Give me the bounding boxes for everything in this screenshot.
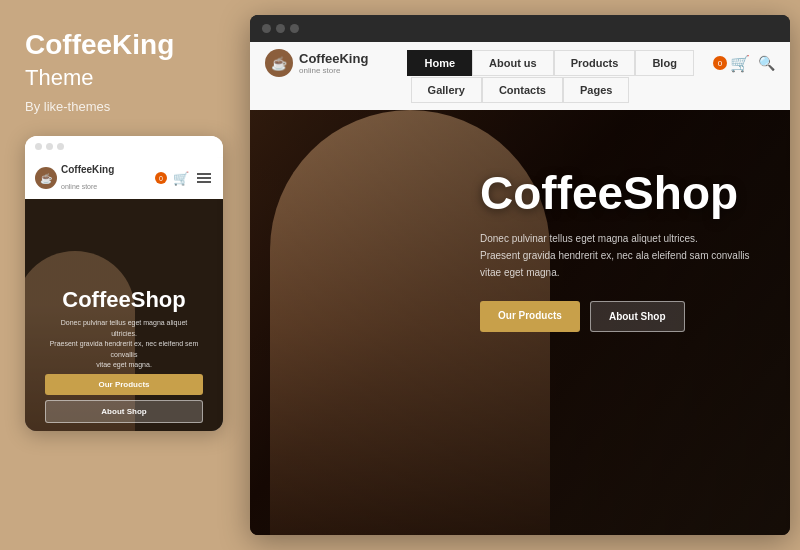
desktop-nav-home[interactable]: Home	[407, 50, 472, 76]
desktop-hero-title: CoffeeShop	[480, 170, 760, 216]
desktop-nav-pages[interactable]: Pages	[563, 77, 629, 103]
desktop-about-shop-button[interactable]: About Shop	[590, 301, 685, 332]
hamburger-line-3	[197, 181, 211, 183]
desktop-cart-icon[interactable]: 🛒	[730, 54, 750, 73]
mobile-cart-icon[interactable]: 🛒	[173, 171, 189, 186]
mobile-nav-right: 0 🛒	[155, 171, 213, 186]
desktop-logo-sub: online store	[299, 66, 368, 75]
hamburger-line-1	[197, 173, 211, 175]
desktop-dot-3	[290, 24, 299, 33]
mobile-logo-icon: ☕	[35, 167, 57, 189]
mobile-hero: CoffeeShop Donec pulvinar tellus eget ma…	[25, 184, 223, 431]
hamburger-line-2	[197, 177, 211, 179]
mobile-dot-1	[35, 143, 42, 150]
desktop-dot-1	[262, 24, 271, 33]
mobile-hero-buttons: Our Products About Shop	[25, 374, 223, 423]
desktop-nav: ☕ CoffeeKing online store Home About us …	[250, 42, 790, 110]
desktop-cart[interactable]: 0 🛒	[713, 54, 750, 73]
mobile-window-controls	[25, 136, 223, 157]
desktop-logo-text-block: CoffeeKing online store	[299, 51, 368, 75]
mobile-cart-badge: 0	[155, 172, 167, 184]
desktop-nav-contacts[interactable]: Contacts	[482, 77, 563, 103]
desktop-nav-blog[interactable]: Blog	[635, 50, 693, 76]
desktop-nav-products[interactable]: Products	[554, 50, 636, 76]
desktop-nav-links-top: Home About us Products Blog	[388, 50, 713, 76]
desktop-nav-right: 0 🛒 🔍	[713, 54, 775, 73]
mobile-logo-name: CoffeeKing	[61, 164, 114, 175]
desktop-nav-bottom: Gallery Contacts Pages	[250, 77, 790, 110]
left-panel: CoffeeKing Theme By like-themes ☕ Coffee…	[0, 0, 245, 550]
desktop-search-icon[interactable]: 🔍	[758, 55, 775, 71]
desktop-hero-content: CoffeeShop Donec pulvinar tellus eget ma…	[480, 170, 760, 332]
desktop-logo-name: CoffeeKing	[299, 51, 368, 66]
desktop-hero: CoffeeShop Donec pulvinar tellus eget ma…	[250, 110, 790, 535]
mobile-mockup: ☕ CoffeeKing online store 0 🛒	[25, 136, 223, 431]
desktop-mockup: ☕ CoffeeKing online store Home About us …	[250, 15, 790, 535]
mobile-logo-text: CoffeeKing online store	[61, 164, 114, 193]
mobile-hamburger-menu[interactable]	[195, 171, 213, 185]
mobile-hero-content: CoffeeShop Donec pulvinar tellus eget ma…	[25, 288, 223, 371]
desktop-cart-badge: 0	[713, 56, 727, 70]
desktop-our-products-button[interactable]: Our Products	[480, 301, 580, 332]
mobile-nav: ☕ CoffeeKing online store 0 🛒	[25, 158, 223, 199]
theme-subtitle: Theme	[25, 65, 220, 91]
desktop-nav-top: ☕ CoffeeKing online store Home About us …	[250, 42, 790, 77]
desktop-window-controls	[250, 15, 790, 42]
desktop-logo-icon: ☕	[265, 49, 293, 77]
desktop-hero-description: Donec pulvinar tellus eget magna aliquet…	[480, 230, 760, 281]
desktop-logo: ☕ CoffeeKing online store	[265, 49, 368, 77]
desktop-dot-2	[276, 24, 285, 33]
mobile-our-products-button[interactable]: Our Products	[45, 374, 203, 395]
mobile-about-shop-button[interactable]: About Shop	[45, 400, 203, 423]
mobile-logo: ☕ CoffeeKing online store	[35, 164, 114, 193]
theme-by: By like-themes	[25, 99, 220, 114]
desktop-nav-gallery[interactable]: Gallery	[411, 77, 482, 103]
desktop-hero-buttons: Our Products About Shop	[480, 301, 760, 332]
mobile-logo-sub: online store	[61, 183, 97, 190]
mobile-hero-description: Donec pulvinar tellus eget magna aliquet…	[35, 318, 213, 371]
mobile-hero-title: CoffeeShop	[35, 288, 213, 312]
theme-title: CoffeeKing	[25, 30, 220, 61]
mobile-dot-2	[46, 143, 53, 150]
desktop-nav-about[interactable]: About us	[472, 50, 554, 76]
mobile-dot-3	[57, 143, 64, 150]
